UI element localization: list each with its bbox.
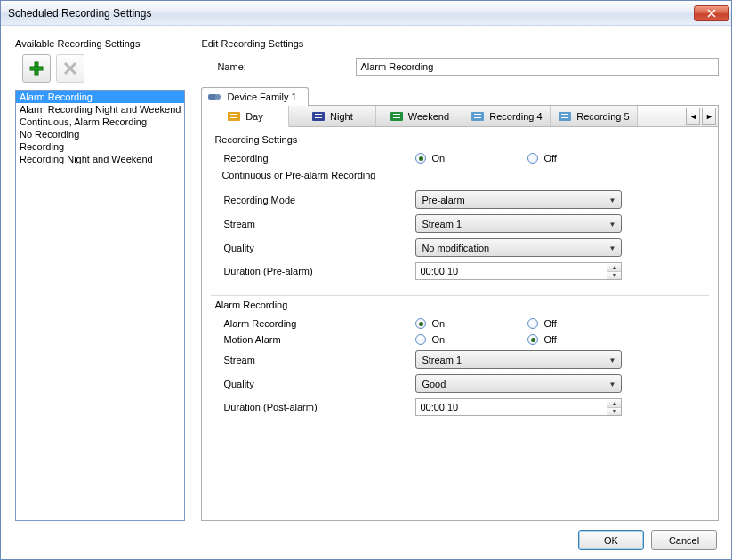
stream-select[interactable]: Stream 1: [415, 214, 622, 233]
duration-post-label: Duration (Post-alarm): [223, 402, 415, 412]
schedule-icon: [390, 111, 403, 122]
mode-select[interactable]: Pre-alarm: [415, 190, 622, 209]
cancel-button[interactable]: Cancel: [651, 530, 717, 550]
radio-dot-icon: [527, 153, 538, 164]
svg-point-3: [215, 94, 221, 100]
svg-rect-18: [474, 116, 481, 116]
alarm-rec-off[interactable]: Off: [527, 318, 639, 329]
row-recording: Recording On Off: [211, 150, 709, 166]
alarm-stream-select[interactable]: Stream 1: [415, 350, 622, 369]
right-panel: Edit Recording Settings Name: Device Fam…: [201, 38, 719, 521]
ok-button[interactable]: OK: [578, 530, 644, 550]
svg-rect-10: [315, 116, 322, 116]
x-icon: [62, 60, 78, 76]
recording-tab[interactable]: Recording 5: [551, 106, 638, 126]
recording-tab-label: Day: [245, 111, 263, 122]
recording-tab-label: Recording 5: [576, 111, 629, 122]
name-row: Name:: [217, 58, 719, 76]
tab-scroll-left[interactable]: ◄: [686, 108, 700, 125]
motion-radio-group: On Off: [415, 334, 709, 345]
alarm-rec-on[interactable]: On: [415, 318, 527, 329]
list-item[interactable]: Alarm Recording: [16, 91, 184, 103]
alarm-stream-label: Stream: [223, 355, 415, 365]
list-item[interactable]: No Recording: [16, 128, 184, 140]
continuous-title: Continuous or Pre-alarm Recording: [211, 166, 709, 188]
device-tabs: Device Family 1: [201, 86, 719, 105]
recording-settings-title: Recording Settings: [211, 132, 709, 150]
close-icon: [707, 9, 716, 18]
quality-select[interactable]: No modification: [415, 238, 622, 257]
recording-off[interactable]: Off: [527, 153, 639, 164]
edit-settings-heading: Edit Recording Settings: [201, 38, 719, 49]
svg-rect-6: [230, 116, 237, 116]
delete-button[interactable]: [56, 54, 84, 83]
body: Available Recording Settings Alar: [1, 26, 731, 559]
alarm-quality-select[interactable]: Good: [415, 374, 622, 393]
list-item[interactable]: Alarm Recording Night and Weekend: [16, 103, 184, 116]
alarm-rec-radio-group: On Off: [415, 318, 709, 329]
list-toolbar: [15, 54, 185, 83]
left-panel: Available Recording Settings Alar: [15, 38, 185, 521]
titlebar: Scheduled Recording Settings: [1, 1, 731, 26]
list-item[interactable]: Recording Night and Weekend: [16, 153, 184, 165]
spinner-up[interactable]: ▲: [607, 399, 621, 408]
device-tab-label: Device Family 1: [227, 92, 296, 102]
recording-tab[interactable]: Day: [202, 106, 289, 127]
recording-on[interactable]: On: [415, 153, 527, 164]
tab-scroll-right[interactable]: ►: [702, 108, 716, 125]
camera-icon: [207, 92, 221, 102]
window-title: Scheduled Recording Settings: [8, 7, 694, 20]
add-button[interactable]: [22, 54, 51, 83]
svg-rect-14: [393, 116, 400, 116]
duration-pre-spinner[interactable]: ▲ ▼: [415, 262, 622, 280]
svg-rect-5: [230, 114, 237, 115]
stream-label: Stream: [223, 219, 415, 229]
svg-rect-7: [230, 117, 237, 118]
svg-rect-1: [30, 67, 43, 70]
device-family-tab[interactable]: Device Family 1: [201, 87, 308, 106]
settings-listbox[interactable]: Alarm RecordingAlarm Recording Night and…: [15, 90, 185, 521]
duration-pre-input[interactable]: [415, 262, 607, 280]
svg-rect-22: [561, 116, 568, 116]
spinner-up[interactable]: ▲: [607, 263, 621, 272]
recording-tab[interactable]: Weekend: [376, 106, 463, 126]
row-stream: Stream Stream 1: [211, 212, 709, 236]
group-recording-settings: Recording Settings Recording On: [211, 132, 709, 288]
duration-pre-label: Duration (Pre-alarm): [223, 266, 415, 276]
form-area: Recording Settings Recording On: [202, 127, 718, 520]
recording-tab[interactable]: Night: [289, 106, 376, 126]
name-label: Name:: [217, 61, 356, 72]
motion-off[interactable]: Off: [527, 334, 639, 345]
recording-label: Recording: [223, 153, 415, 164]
spinner-buttons: ▲ ▼: [607, 262, 622, 280]
schedule-icon: [559, 111, 571, 122]
close-button[interactable]: [694, 5, 729, 21]
list-item[interactable]: Recording: [16, 140, 184, 153]
recording-tab[interactable]: Recording 4: [463, 106, 551, 126]
row-quality: Quality No modification: [211, 236, 709, 260]
recording-tab-label: Night: [330, 111, 353, 122]
motion-on[interactable]: On: [415, 334, 527, 345]
columns: Available Recording Settings Alar: [15, 38, 717, 521]
list-item[interactable]: Continuous, Alarm Recording: [16, 116, 184, 128]
row-duration-pre: Duration (Pre-alarm) ▲ ▼: [211, 260, 709, 283]
row-alarm-recording: Alarm Recording On Off: [211, 316, 709, 332]
spinner-down[interactable]: ▼: [607, 272, 621, 280]
duration-post-input[interactable]: [415, 398, 607, 416]
radio-dot-icon: [527, 318, 538, 329]
svg-rect-23: [561, 117, 568, 118]
plus-icon: [28, 60, 44, 76]
spinner-down[interactable]: ▼: [607, 408, 621, 416]
alarm-rec-label: Alarm Recording: [223, 318, 415, 329]
svg-rect-11: [315, 117, 322, 118]
svg-rect-15: [393, 117, 400, 118]
row-mode: Recording Mode Pre-alarm: [211, 188, 709, 212]
name-input[interactable]: [356, 58, 719, 76]
recording-radio-group: On Off: [415, 153, 709, 164]
row-motion-alarm: Motion Alarm On Off: [211, 332, 709, 348]
duration-post-spinner[interactable]: ▲ ▼: [415, 398, 622, 416]
row-alarm-quality: Quality Good: [211, 372, 709, 396]
svg-rect-9: [315, 114, 322, 115]
radio-dot-icon: [415, 334, 426, 345]
mode-label: Recording Mode: [223, 195, 415, 205]
